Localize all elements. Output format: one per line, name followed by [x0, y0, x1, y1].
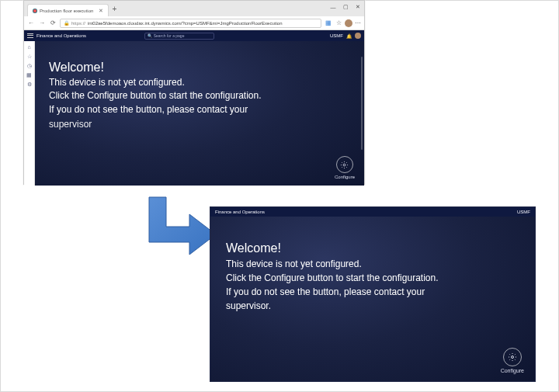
- gear-icon: [336, 156, 353, 173]
- refresh-button[interactable]: ⟳: [49, 19, 57, 27]
- forward-button[interactable]: →: [38, 19, 46, 27]
- home-icon[interactable]: ⌂: [26, 44, 32, 50]
- welcome-title: Welcome!: [226, 241, 521, 255]
- new-tab-button[interactable]: +: [112, 5, 116, 13]
- profile-avatar-icon[interactable]: [345, 19, 352, 27]
- gear-icon[interactable]: ⚙: [26, 82, 32, 87]
- transition-arrow-icon: [134, 196, 219, 262]
- welcome-line-2: Click the Configure button to start the …: [49, 89, 350, 102]
- app-topbar-fullscreen: Finance and Operations USMF: [210, 207, 535, 217]
- welcome-line-3: If you do not see the button, please con…: [226, 285, 521, 299]
- window-controls: — ▢ ✕: [327, 1, 364, 13]
- welcome-line-1: This device is not yet configured.: [226, 257, 521, 271]
- maximize-button[interactable]: ▢: [339, 1, 352, 13]
- browser-tabbar: Production floor execution ✕ + — ▢ ✕: [24, 1, 364, 16]
- svg-point-0: [344, 164, 346, 166]
- scrollbar[interactable]: [361, 57, 363, 150]
- welcome-line-4: supervisor.: [226, 299, 521, 313]
- browser-tab[interactable]: Production floor execution ✕: [27, 4, 109, 16]
- welcome-screen-fullscreen: Welcome! This device is not yet configur…: [210, 217, 535, 381]
- back-button[interactable]: ←: [27, 19, 35, 27]
- lock-icon: 🔒: [64, 20, 69, 26]
- hamburger-icon[interactable]: [27, 33, 33, 39]
- app-topbar: Finance and Operations 🔍 Search for a pa…: [24, 30, 364, 41]
- welcome-line-1: This device is not yet configured.: [49, 76, 350, 89]
- company-code[interactable]: USMF: [330, 33, 343, 38]
- close-icon[interactable]: ✕: [99, 8, 103, 14]
- welcome-line-2: Click the Configure button to start the …: [226, 271, 521, 285]
- gear-icon: [503, 348, 522, 366]
- url-prefix: https://: [71, 21, 85, 26]
- welcome-line-4-clipped: supervisor: [49, 118, 350, 131]
- configure-label: Configure: [501, 368, 524, 373]
- browser-addressbar: ← → ⟳ 🔒 https:// int02ae5fdemoaos.clouda…: [24, 16, 364, 30]
- welcome-title: Welcome!: [49, 61, 350, 75]
- browser-menu-icon[interactable]: ⋯: [355, 19, 361, 26]
- welcome-screen: Welcome! This device is not yet configur…: [35, 41, 364, 186]
- search-placeholder: Search for a page: [154, 33, 185, 38]
- url-text: int02ae5fdemoaos.cloudax.int.dynamics.co…: [88, 21, 282, 26]
- close-window-button[interactable]: ✕: [352, 1, 364, 13]
- user-avatar-icon[interactable]: [355, 33, 361, 39]
- configure-button[interactable]: Configure: [501, 348, 524, 373]
- app-brand: Finance and Operations: [215, 210, 265, 214]
- app-area: Finance and Operations 🔍 Search for a pa…: [24, 30, 364, 186]
- bell-icon[interactable]: 🔔: [346, 33, 352, 39]
- company-code[interactable]: USMF: [517, 210, 530, 214]
- url-input[interactable]: 🔒 https:// int02ae5fdemoaos.cloudax.int.…: [60, 19, 321, 28]
- search-input[interactable]: 🔍 Search for a page: [144, 33, 214, 40]
- left-nav-rail: ⌂ ☆ ◷ ▦ ⚙: [24, 41, 35, 186]
- extensions-icon[interactable]: ▦: [325, 19, 332, 27]
- minimize-button[interactable]: —: [327, 1, 339, 13]
- tab-favicon-icon: [33, 9, 37, 13]
- configure-button[interactable]: Configure: [335, 156, 355, 179]
- fullscreen-window: Finance and Operations USMF Welcome! Thi…: [210, 206, 536, 382]
- star-icon[interactable]: ☆: [26, 54, 32, 59]
- svg-point-1: [511, 356, 513, 359]
- search-icon: 🔍: [148, 33, 152, 38]
- welcome-line-3: If you do not see the button, please con…: [49, 103, 350, 116]
- app-brand: Finance and Operations: [36, 33, 86, 38]
- clock-icon[interactable]: ◷: [26, 63, 32, 68]
- configure-label: Configure: [335, 175, 355, 179]
- browser-window: Production floor execution ✕ + — ▢ ✕ ← →…: [23, 0, 365, 185]
- tab-title: Production floor execution: [40, 9, 93, 13]
- grid-icon[interactable]: ▦: [26, 72, 32, 78]
- favorites-icon[interactable]: ☆: [335, 19, 342, 27]
